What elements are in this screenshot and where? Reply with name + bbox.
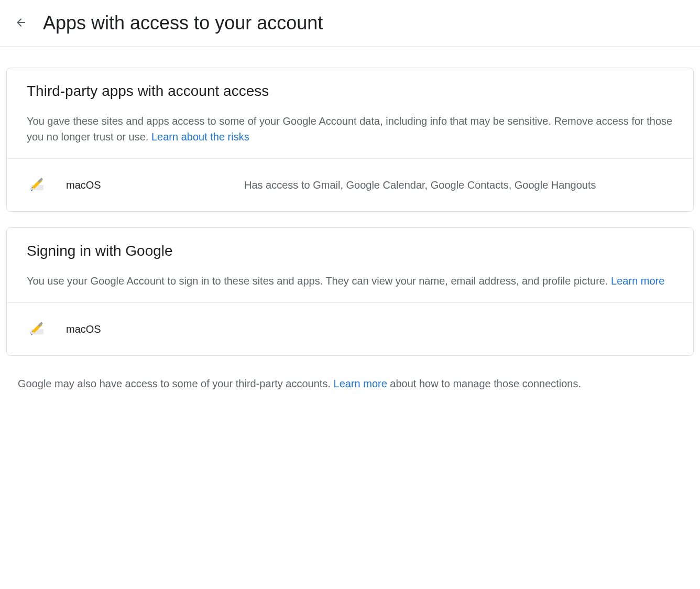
footer-suffix: about how to manage those connections. <box>387 378 581 389</box>
arrow-left-icon <box>15 16 27 30</box>
signin-card-header: Signing in with Google You use your Goog… <box>7 228 693 302</box>
page-title: Apps with access to your account <box>43 12 323 34</box>
third-party-title: Third-party apps with account access <box>27 83 673 100</box>
footer-prefix: Google may also have access to some of y… <box>18 378 334 389</box>
macos-tools-icon <box>27 319 48 340</box>
app-name: macOS <box>66 179 244 191</box>
back-button[interactable] <box>8 10 34 36</box>
third-party-desc: You gave these sites and apps access to … <box>27 113 673 145</box>
app-name: macOS <box>66 323 244 335</box>
signin-desc: You use your Google Account to sign in t… <box>27 273 673 289</box>
signin-title: Signing in with Google <box>27 243 673 259</box>
learn-risks-link[interactable]: Learn about the risks <box>151 131 249 143</box>
signin-learn-more-link[interactable]: Learn more <box>611 275 664 287</box>
svg-rect-5 <box>30 332 34 334</box>
third-party-app-row[interactable]: macOS Has access to Gmail, Google Calend… <box>7 158 693 211</box>
footer-note: Google may also have access to some of y… <box>6 372 694 412</box>
footer-learn-more-link[interactable]: Learn more <box>334 378 387 389</box>
third-party-card-header: Third-party apps with account access You… <box>7 68 693 158</box>
signin-app-row[interactable]: macOS <box>7 302 693 355</box>
app-access-desc: Has access to Gmail, Google Calendar, Go… <box>244 177 673 193</box>
macos-tools-icon <box>27 174 48 195</box>
page-header: Apps with access to your account <box>0 0 700 47</box>
content-area: Third-party apps with account access You… <box>0 47 700 412</box>
svg-rect-2 <box>30 188 34 190</box>
signin-desc-text: You use your Google Account to sign in t… <box>27 275 611 287</box>
third-party-card: Third-party apps with account access You… <box>6 68 694 212</box>
signin-card: Signing in with Google You use your Goog… <box>6 227 694 356</box>
third-party-desc-text: You gave these sites and apps access to … <box>27 115 672 143</box>
